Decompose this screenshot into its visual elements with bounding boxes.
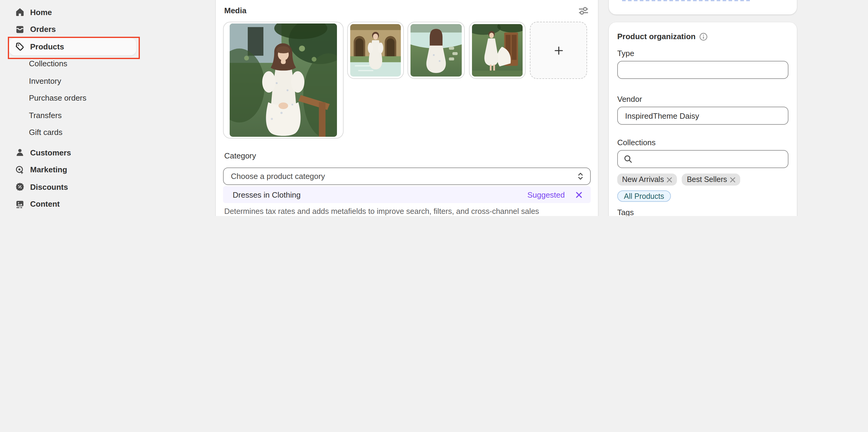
tags-label: Tags: [617, 208, 634, 216]
person-icon: [15, 148, 25, 158]
sidebar-item-label: Products: [30, 42, 64, 51]
sidebar-item-gift-cards[interactable]: Gift cards: [0, 124, 145, 141]
collection-pills-row: New Arrivals Best Sellers: [617, 173, 740, 186]
sidebar-item-home[interactable]: Home: [9, 4, 136, 21]
sidebar-item-orders[interactable]: Orders: [9, 21, 136, 38]
category-helper-text: Determines tax rates and adds metafields…: [224, 207, 539, 216]
image-file-icon: [15, 199, 25, 209]
type-input[interactable]: [617, 61, 788, 79]
sidebar-item-inventory[interactable]: Inventory: [0, 72, 145, 90]
sidebar-item-products[interactable]: Products: [9, 38, 136, 55]
type-label: Type: [617, 49, 634, 58]
add-media-tile[interactable]: [530, 22, 587, 79]
all-products-collection-link[interactable]: All Products: [617, 190, 671, 202]
sidebar-item-markets[interactable]: $ Markets: [9, 213, 136, 216]
updown-chevron-icon: [577, 172, 584, 181]
media-section-title: Media: [224, 6, 247, 15]
product-organization-title: Product organization: [617, 32, 695, 41]
plus-icon: [554, 45, 563, 55]
vendor-input[interactable]: [617, 107, 788, 125]
category-label: Category: [224, 151, 256, 160]
collection-pill: Best Sellers: [682, 173, 740, 186]
shopify-admin-product-page: Home Orders Products Collections Invento…: [0, 0, 868, 216]
product-photo-thumb-2[interactable]: [407, 22, 465, 79]
sidebar-item-marketing[interactable]: Marketing: [9, 161, 136, 178]
product-organization-card: Product organization Type Vendor Collect…: [609, 22, 797, 216]
sidebar-item-discounts[interactable]: Discounts: [9, 178, 136, 196]
remove-collection-icon[interactable]: [667, 177, 673, 182]
info-icon[interactable]: [699, 32, 708, 41]
sidebar-item-label: Home: [30, 8, 52, 17]
truncated-link-underline: [622, 0, 750, 1]
remove-collection-icon[interactable]: [730, 177, 735, 182]
category-select[interactable]: Choose a product category: [223, 167, 591, 185]
vendor-label: Vendor: [617, 95, 642, 104]
publishing-card-partial: [609, 0, 797, 14]
media-settings-sliders-icon[interactable]: [578, 5, 590, 17]
home-icon: [15, 7, 25, 17]
category-suggestion-row: Dresses in Clothing Suggested: [223, 186, 591, 203]
category-select-value: Choose a product category: [231, 172, 325, 181]
collections-label: Collections: [617, 138, 655, 147]
product-photo-main[interactable]: [223, 22, 344, 139]
search-icon: [624, 155, 632, 163]
sidebar-item-collections[interactable]: Collections: [0, 55, 145, 72]
sidebar-item-purchase-orders[interactable]: Purchase orders: [0, 90, 145, 107]
sidebar-item-transfers[interactable]: Transfers: [0, 107, 145, 124]
tag-icon: [15, 42, 25, 52]
discount-badge-icon: [15, 182, 25, 192]
target-cursor-icon: [15, 165, 25, 175]
media-category-card: Media: [216, 0, 598, 216]
collections-search-input[interactable]: [617, 150, 788, 168]
product-photo-thumb-1[interactable]: [347, 22, 404, 79]
product-photo-thumb-3[interactable]: [469, 22, 526, 79]
dismiss-suggestion-icon[interactable]: [576, 191, 582, 198]
sidebar-item-content[interactable]: Content: [9, 196, 136, 213]
sidebar-nav: Home Orders Products Collections Invento…: [0, 0, 145, 216]
sidebar-item-customers[interactable]: Customers: [9, 144, 136, 161]
sidebar-item-label: Orders: [30, 25, 56, 34]
collection-pill: New Arrivals: [617, 173, 677, 186]
suggestion-text: Dresses in Clothing: [233, 190, 301, 199]
suggested-badge: Suggested: [527, 190, 565, 199]
orders-icon: [15, 25, 25, 34]
